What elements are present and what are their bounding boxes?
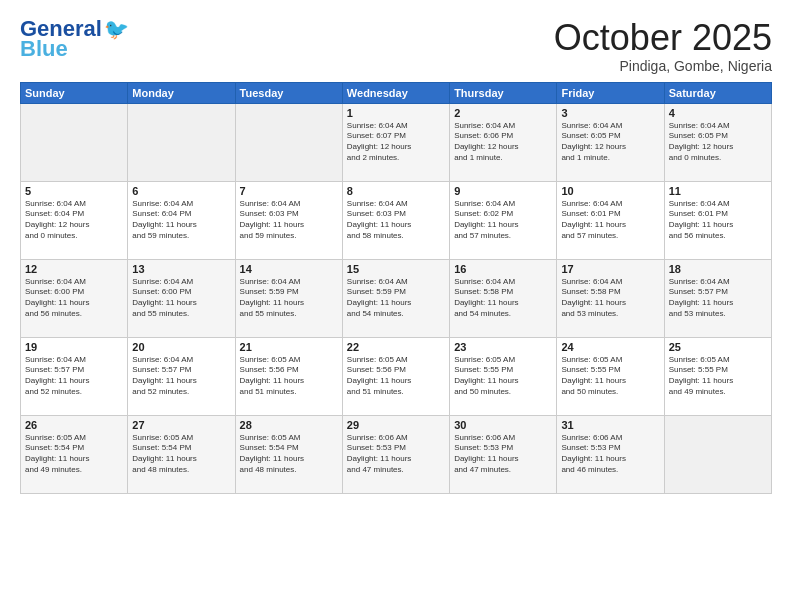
weekday-header-wednesday: Wednesday xyxy=(342,82,449,103)
weekday-header-monday: Monday xyxy=(128,82,235,103)
day-number: 26 xyxy=(25,419,123,431)
day-number: 21 xyxy=(240,341,338,353)
day-info: Sunrise: 6:04 AM Sunset: 6:01 PM Dayligh… xyxy=(561,199,659,242)
day-number: 10 xyxy=(561,185,659,197)
week-row-2: 5Sunrise: 6:04 AM Sunset: 6:04 PM Daylig… xyxy=(21,181,772,259)
day-number: 30 xyxy=(454,419,552,431)
day-number: 12 xyxy=(25,263,123,275)
day-info: Sunrise: 6:05 AM Sunset: 5:55 PM Dayligh… xyxy=(454,355,552,398)
calendar-cell: 18Sunrise: 6:04 AM Sunset: 5:57 PM Dayli… xyxy=(664,259,771,337)
day-info: Sunrise: 6:06 AM Sunset: 5:53 PM Dayligh… xyxy=(561,433,659,476)
day-info: Sunrise: 6:04 AM Sunset: 5:57 PM Dayligh… xyxy=(669,277,767,320)
day-number: 31 xyxy=(561,419,659,431)
day-info: Sunrise: 6:05 AM Sunset: 5:54 PM Dayligh… xyxy=(25,433,123,476)
weekday-header-saturday: Saturday xyxy=(664,82,771,103)
day-number: 7 xyxy=(240,185,338,197)
day-info: Sunrise: 6:04 AM Sunset: 6:03 PM Dayligh… xyxy=(347,199,445,242)
day-info: Sunrise: 6:04 AM Sunset: 6:03 PM Dayligh… xyxy=(240,199,338,242)
logo-text-blue: Blue xyxy=(20,38,68,60)
calendar-cell xyxy=(664,415,771,493)
weekday-header-sunday: Sunday xyxy=(21,82,128,103)
calendar-cell: 14Sunrise: 6:04 AM Sunset: 5:59 PM Dayli… xyxy=(235,259,342,337)
day-info: Sunrise: 6:04 AM Sunset: 6:05 PM Dayligh… xyxy=(669,121,767,164)
calendar-cell: 16Sunrise: 6:04 AM Sunset: 5:58 PM Dayli… xyxy=(450,259,557,337)
day-number: 4 xyxy=(669,107,767,119)
day-number: 18 xyxy=(669,263,767,275)
calendar-cell: 10Sunrise: 6:04 AM Sunset: 6:01 PM Dayli… xyxy=(557,181,664,259)
weekday-header-friday: Friday xyxy=(557,82,664,103)
month-title: October 2025 xyxy=(554,18,772,58)
calendar-cell: 5Sunrise: 6:04 AM Sunset: 6:04 PM Daylig… xyxy=(21,181,128,259)
day-info: Sunrise: 6:04 AM Sunset: 6:00 PM Dayligh… xyxy=(25,277,123,320)
day-info: Sunrise: 6:04 AM Sunset: 5:58 PM Dayligh… xyxy=(454,277,552,320)
day-info: Sunrise: 6:04 AM Sunset: 6:06 PM Dayligh… xyxy=(454,121,552,164)
day-info: Sunrise: 6:04 AM Sunset: 6:02 PM Dayligh… xyxy=(454,199,552,242)
day-info: Sunrise: 6:05 AM Sunset: 5:55 PM Dayligh… xyxy=(561,355,659,398)
day-number: 13 xyxy=(132,263,230,275)
logo: General 🐦 Blue xyxy=(20,18,129,60)
week-row-5: 26Sunrise: 6:05 AM Sunset: 5:54 PM Dayli… xyxy=(21,415,772,493)
day-number: 11 xyxy=(669,185,767,197)
day-number: 29 xyxy=(347,419,445,431)
calendar-cell: 22Sunrise: 6:05 AM Sunset: 5:56 PM Dayli… xyxy=(342,337,449,415)
calendar-cell xyxy=(128,103,235,181)
calendar-cell: 6Sunrise: 6:04 AM Sunset: 6:04 PM Daylig… xyxy=(128,181,235,259)
calendar-table: SundayMondayTuesdayWednesdayThursdayFrid… xyxy=(20,82,772,494)
weekday-header-thursday: Thursday xyxy=(450,82,557,103)
day-info: Sunrise: 6:06 AM Sunset: 5:53 PM Dayligh… xyxy=(454,433,552,476)
calendar-cell: 28Sunrise: 6:05 AM Sunset: 5:54 PM Dayli… xyxy=(235,415,342,493)
calendar-cell xyxy=(235,103,342,181)
week-row-3: 12Sunrise: 6:04 AM Sunset: 6:00 PM Dayli… xyxy=(21,259,772,337)
day-info: Sunrise: 6:04 AM Sunset: 5:58 PM Dayligh… xyxy=(561,277,659,320)
day-number: 15 xyxy=(347,263,445,275)
calendar-cell: 19Sunrise: 6:04 AM Sunset: 5:57 PM Dayli… xyxy=(21,337,128,415)
calendar-cell: 27Sunrise: 6:05 AM Sunset: 5:54 PM Dayli… xyxy=(128,415,235,493)
calendar-cell: 3Sunrise: 6:04 AM Sunset: 6:05 PM Daylig… xyxy=(557,103,664,181)
calendar-cell: 17Sunrise: 6:04 AM Sunset: 5:58 PM Dayli… xyxy=(557,259,664,337)
weekday-header-row: SundayMondayTuesdayWednesdayThursdayFrid… xyxy=(21,82,772,103)
day-info: Sunrise: 6:04 AM Sunset: 6:05 PM Dayligh… xyxy=(561,121,659,164)
day-info: Sunrise: 6:05 AM Sunset: 5:56 PM Dayligh… xyxy=(240,355,338,398)
day-info: Sunrise: 6:04 AM Sunset: 5:59 PM Dayligh… xyxy=(347,277,445,320)
logo-bird-icon: 🐦 xyxy=(104,19,129,39)
day-number: 20 xyxy=(132,341,230,353)
day-info: Sunrise: 6:04 AM Sunset: 6:07 PM Dayligh… xyxy=(347,121,445,164)
calendar-cell: 30Sunrise: 6:06 AM Sunset: 5:53 PM Dayli… xyxy=(450,415,557,493)
day-number: 17 xyxy=(561,263,659,275)
day-number: 27 xyxy=(132,419,230,431)
header: General 🐦 Blue October 2025 Pindiga, Gom… xyxy=(20,18,772,74)
calendar-cell: 23Sunrise: 6:05 AM Sunset: 5:55 PM Dayli… xyxy=(450,337,557,415)
day-info: Sunrise: 6:04 AM Sunset: 6:00 PM Dayligh… xyxy=(132,277,230,320)
day-info: Sunrise: 6:06 AM Sunset: 5:53 PM Dayligh… xyxy=(347,433,445,476)
day-number: 14 xyxy=(240,263,338,275)
location-subtitle: Pindiga, Gombe, Nigeria xyxy=(554,58,772,74)
day-number: 5 xyxy=(25,185,123,197)
calendar-cell: 1Sunrise: 6:04 AM Sunset: 6:07 PM Daylig… xyxy=(342,103,449,181)
day-number: 8 xyxy=(347,185,445,197)
calendar-cell: 21Sunrise: 6:05 AM Sunset: 5:56 PM Dayli… xyxy=(235,337,342,415)
day-info: Sunrise: 6:04 AM Sunset: 6:01 PM Dayligh… xyxy=(669,199,767,242)
day-number: 23 xyxy=(454,341,552,353)
calendar-cell: 31Sunrise: 6:06 AM Sunset: 5:53 PM Dayli… xyxy=(557,415,664,493)
week-row-4: 19Sunrise: 6:04 AM Sunset: 5:57 PM Dayli… xyxy=(21,337,772,415)
day-info: Sunrise: 6:04 AM Sunset: 6:04 PM Dayligh… xyxy=(25,199,123,242)
day-number: 3 xyxy=(561,107,659,119)
day-info: Sunrise: 6:04 AM Sunset: 5:59 PM Dayligh… xyxy=(240,277,338,320)
day-number: 1 xyxy=(347,107,445,119)
day-number: 28 xyxy=(240,419,338,431)
day-number: 25 xyxy=(669,341,767,353)
calendar-cell: 29Sunrise: 6:06 AM Sunset: 5:53 PM Dayli… xyxy=(342,415,449,493)
calendar-cell: 7Sunrise: 6:04 AM Sunset: 6:03 PM Daylig… xyxy=(235,181,342,259)
calendar-cell xyxy=(21,103,128,181)
day-info: Sunrise: 6:04 AM Sunset: 5:57 PM Dayligh… xyxy=(132,355,230,398)
calendar-cell: 20Sunrise: 6:04 AM Sunset: 5:57 PM Dayli… xyxy=(128,337,235,415)
day-number: 24 xyxy=(561,341,659,353)
calendar-cell: 15Sunrise: 6:04 AM Sunset: 5:59 PM Dayli… xyxy=(342,259,449,337)
day-info: Sunrise: 6:05 AM Sunset: 5:55 PM Dayligh… xyxy=(669,355,767,398)
day-info: Sunrise: 6:04 AM Sunset: 5:57 PM Dayligh… xyxy=(25,355,123,398)
weekday-header-tuesday: Tuesday xyxy=(235,82,342,103)
page: General 🐦 Blue October 2025 Pindiga, Gom… xyxy=(0,0,792,612)
week-row-1: 1Sunrise: 6:04 AM Sunset: 6:07 PM Daylig… xyxy=(21,103,772,181)
calendar-cell: 12Sunrise: 6:04 AM Sunset: 6:00 PM Dayli… xyxy=(21,259,128,337)
day-number: 19 xyxy=(25,341,123,353)
